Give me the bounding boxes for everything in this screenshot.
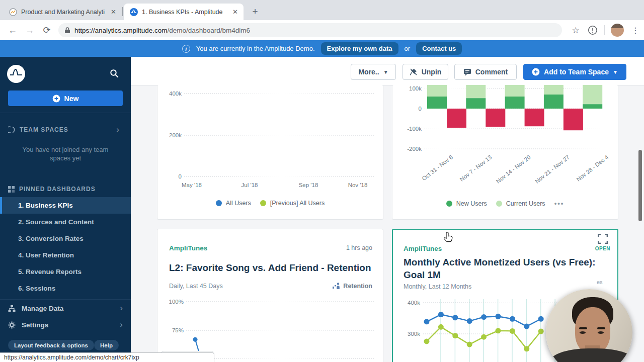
amplitunes-link[interactable]: AmpliTunes [404, 245, 442, 252]
bar-new-users[interactable] [544, 95, 564, 109]
pinned-dashboards-header[interactable]: PINNED DASHBOARDS [8, 183, 123, 195]
team-spaces-label: TEAM SPACES [20, 126, 68, 133]
data-point[interactable] [452, 333, 458, 338]
data-point[interactable] [524, 346, 529, 351]
sidebar-item-user-retention[interactable]: 4. User Retention [0, 247, 131, 263]
sidebar-item-revenue-reports[interactable]: 5. Revenue Reports [0, 263, 131, 280]
data-point[interactable] [467, 318, 472, 324]
sidebar-item-settings[interactable]: Settings › [0, 317, 131, 332]
data-point[interactable] [481, 314, 487, 320]
close-tab-icon[interactable]: ✕ [109, 8, 118, 16]
sidebar-item-sessions[interactable]: 6. Sessions [0, 280, 131, 297]
address-bar[interactable]: https://analytics.amplitude.com/demo/das… [58, 23, 562, 37]
data-point[interactable] [438, 312, 444, 317]
explore-data-button[interactable]: Explore my own data [321, 42, 398, 55]
bar-current-users[interactable] [583, 85, 602, 104]
unpin-button[interactable]: Unpin [403, 64, 448, 80]
expand-icon[interactable] [598, 234, 608, 244]
extension-icon[interactable] [588, 25, 598, 35]
data-point[interactable] [424, 319, 430, 324]
data-point[interactable] [510, 316, 515, 322]
open-label: OPEN [595, 246, 610, 251]
bookmark-star-icon[interactable]: ☆ [567, 25, 584, 36]
scrollbar-thumb[interactable] [638, 150, 642, 221]
data-point[interactable] [538, 329, 544, 334]
legend-new-users[interactable]: New Users [446, 200, 487, 207]
card-subtitle-row: Daily, Last 45 Days Retention [169, 283, 372, 290]
bar-new-users[interactable] [583, 104, 602, 109]
contact-us-button[interactable]: Contact us [416, 42, 462, 55]
add-to-team-space-button[interactable]: Add to Team Space ▼ [523, 64, 626, 80]
comment-button[interactable]: Comment [454, 64, 517, 80]
banner-message: You are currently in the Amplitude Demo. [196, 45, 315, 52]
data-point[interactable] [193, 337, 198, 342]
sidebar: New TEAM SPACES › You have not joined an… [0, 57, 131, 362]
data-point[interactable] [496, 314, 501, 319]
amplitunes-link[interactable]: AmpliTunes [169, 244, 207, 252]
data-point[interactable] [538, 316, 544, 322]
team-spaces-empty-text: You have not joined any team spaces yet [12, 145, 119, 162]
help-button[interactable]: Help [94, 340, 119, 350]
sidebar-item-manage-data[interactable]: Manage Data › [0, 301, 131, 316]
pinned-dashboards-label: PINNED DASHBOARDS [19, 186, 96, 193]
sidebar-item-conversion-rates[interactable]: 3. Conversion Rates [0, 230, 131, 247]
back-icon[interactable]: ← [4, 25, 21, 36]
legend-previous-all-users[interactable]: [Previous] All Users [260, 200, 325, 207]
bar-negative[interactable] [447, 109, 466, 128]
more-button[interactable]: More.. ▼ [351, 64, 396, 80]
card-all-users-chart[interactable]: 400k200k0May '18Jul '18Sep '18Nov '18 Al… [157, 85, 383, 220]
sidebar-divider [0, 113, 131, 113]
x-tick-label: Jul '18 [242, 182, 258, 188]
sidebar-item-sources-content[interactable]: 2. Sources and Content [0, 214, 131, 230]
kebab-menu-icon[interactable]: ⋮ [627, 26, 644, 35]
x-tick-label: Nov 28 - Dec 4 [576, 154, 610, 183]
open-control[interactable]: OPEN [595, 234, 610, 251]
layout-feedback-button[interactable]: Layout feedback & options [8, 340, 94, 350]
bar-current-users[interactable] [427, 85, 447, 97]
bar-current-users[interactable] [466, 85, 486, 98]
all-users-line-chart[interactable]: 400k200k0May '18Jul '18Sep '18Nov '18 [157, 85, 384, 196]
tab-title: 1. Business KPIs - Amplitude [142, 9, 227, 16]
sidebar-item-business-kpis[interactable]: 1. Business KPIs [0, 197, 131, 214]
bar-negative[interactable] [525, 109, 544, 126]
card-retention-chart[interactable]: AmpliTunes 1 hrs ago L2: Favorite Song v… [157, 229, 383, 362]
bar-negative[interactable] [486, 109, 505, 127]
dashboards-grid-icon [8, 186, 15, 193]
bar-negative[interactable] [564, 109, 583, 130]
data-point[interactable] [438, 324, 444, 330]
profile-avatar[interactable] [611, 24, 624, 37]
legend-all-users[interactable]: All Users [216, 200, 251, 207]
user-growth-bar-chart[interactable]: 100k0-100k-200kOct 31 - Nov 6Nov 7 - Nov… [392, 85, 619, 196]
tab-business-kpis[interactable]: 1. Business KPIs - Amplitude ✕ [124, 4, 244, 20]
legend-more-icon[interactable]: ••• [554, 200, 565, 207]
tab-product-marketing[interactable]: Product and Marketing Analytic ✕ [3, 4, 122, 20]
new-button[interactable]: New [8, 90, 123, 106]
bar-new-users[interactable] [505, 97, 525, 109]
data-point[interactable] [467, 342, 472, 347]
data-point[interactable] [496, 328, 501, 333]
chevron-right-icon: › [120, 320, 123, 330]
card-title[interactable]: Monthly Active Monetized Users (vs Free)… [404, 256, 597, 281]
data-point[interactable] [424, 338, 430, 344]
bar-new-users[interactable] [466, 98, 486, 109]
amplitude-logo[interactable] [7, 65, 25, 83]
forward-icon[interactable]: → [21, 25, 38, 36]
card-user-growth-chart[interactable]: 100k0-100k-200kOct 31 - Nov 6Nov 7 - Nov… [392, 85, 618, 220]
card-title[interactable]: L2: Favorite Song vs. Add Friend - Reten… [169, 261, 372, 274]
data-point[interactable] [452, 315, 458, 320]
data-point[interactable] [481, 334, 487, 340]
team-spaces-header[interactable]: TEAM SPACES › [8, 124, 123, 136]
data-point[interactable] [510, 328, 515, 334]
tab-title: Product and Marketing Analytic [21, 9, 105, 16]
reload-icon[interactable]: ⟳ [38, 25, 55, 36]
bar-current-users[interactable] [505, 85, 525, 97]
bar-current-users[interactable] [544, 85, 564, 95]
close-tab-icon[interactable]: ✕ [231, 8, 239, 16]
new-tab-button[interactable]: + [249, 5, 262, 18]
more-button-label: More.. [358, 68, 379, 76]
data-point[interactable] [524, 324, 529, 329]
amplitude-favicon [130, 8, 138, 16]
legend-current-users[interactable]: Current Users [496, 200, 545, 207]
search-icon[interactable] [110, 69, 119, 78]
bar-new-users[interactable] [427, 97, 447, 109]
